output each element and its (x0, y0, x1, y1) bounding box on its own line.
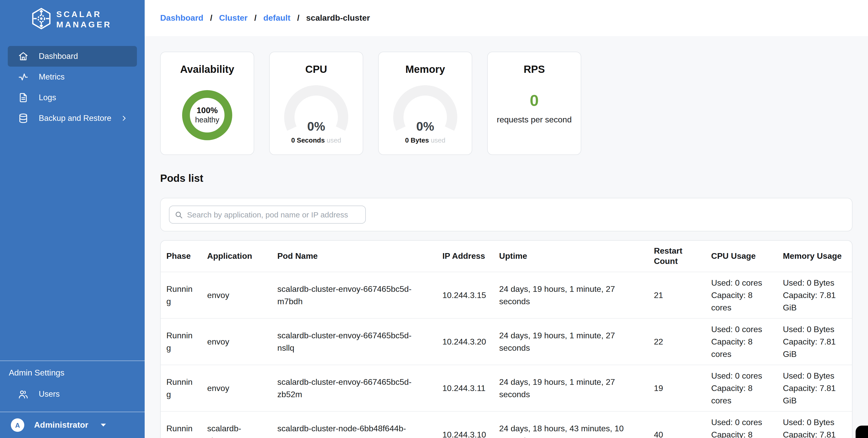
breadcrumb-link-dashboard[interactable]: Dashboard (160, 13, 203, 23)
pod-application: scalardb-cluster (207, 422, 277, 438)
sidebar-nav: Dashboard Metrics Logs (0, 46, 145, 129)
table-row[interactable]: Running envoy scalardb-cluster-envoy-667… (161, 365, 852, 411)
memory-percent: 0% (386, 119, 464, 134)
table-row[interactable]: Running scalardb-cluster scalardb-cluste… (161, 411, 852, 438)
availability-card: Availability 100% healthy (160, 52, 254, 155)
pod-memory-usage: Used: 0 Bytes Capacity: 7.81 GiB (783, 416, 852, 438)
sidebar-item-backup-and-restore[interactable]: Backup and Restore (8, 108, 137, 129)
pod-uptime: 24 days, 18 hours, 43 minutes, 10 second… (499, 422, 654, 438)
logo-wordmark: SCALAR MANAGER (56, 9, 112, 30)
availability-value: 100% (196, 105, 218, 115)
pod-restart-count: 22 (654, 336, 711, 348)
breadcrumb-separator: / (297, 13, 300, 23)
pod-memory-usage: Used: 0 Bytes Capacity: 7.81 GiB (783, 370, 852, 407)
pod-name: scalardb-cluster-envoy-667465bc5d-m7bdh (277, 283, 442, 308)
pod-application: envoy (207, 289, 277, 302)
admin-settings-label: Admin Settings (0, 367, 145, 379)
column-header-uptime: Uptime (499, 251, 654, 261)
pod-ip-address: 10.244.3.10 (442, 429, 499, 438)
table-header-row: Phase Application Pod Name IP Address Up… (161, 241, 852, 272)
main-area: Dashboard / Cluster / default / scalardb… (145, 0, 868, 438)
column-header-memory-usage: Memory Usage (783, 251, 852, 261)
pulse-icon (18, 72, 28, 82)
search-input[interactable] (187, 210, 360, 219)
pod-cpu-usage: Used: 0 cores Capacity: 8 cores (711, 323, 783, 360)
sidebar-item-label: Logs (39, 93, 56, 102)
pod-uptime: 24 days, 19 hours, 1 minute, 27 seconds (499, 283, 654, 308)
sidebar-item-users[interactable]: Users (8, 384, 137, 404)
pods-search-card (160, 198, 852, 231)
pod-memory-usage: Used: 0 Bytes Capacity: 7.81 GiB (783, 277, 852, 314)
users-icon (18, 389, 28, 399)
admin-settings-section: Admin Settings Users (0, 361, 145, 412)
sidebar-item-metrics[interactable]: Metrics (8, 67, 137, 87)
pod-uptime: 24 days, 19 hours, 1 minute, 27 seconds (499, 329, 654, 354)
magnifier-icon (175, 211, 183, 219)
home-icon (18, 51, 28, 61)
pod-ip-address: 10.244.3.11 (442, 382, 499, 394)
table-row[interactable]: Running envoy scalardb-cluster-envoy-667… (161, 318, 852, 365)
card-title: Memory (379, 64, 472, 75)
rps-value: 0 (488, 91, 581, 110)
column-header-phase: Phase (166, 251, 207, 261)
user-name: Administrator (34, 420, 88, 430)
rps-card: RPS 0 requests per second (487, 52, 581, 155)
breadcrumb-link-default[interactable]: default (263, 13, 290, 23)
chevron-right-icon (120, 115, 128, 122)
sidebar-item-logs[interactable]: Logs (8, 87, 137, 108)
user-menu[interactable]: A Administrator (0, 412, 145, 438)
pod-ip-address: 10.244.3.15 (442, 289, 499, 302)
pod-name: scalardb-cluster-node-6bb48f644b-5686t (277, 422, 442, 438)
pod-name: scalardb-cluster-envoy-667465bc5d-zb52m (277, 376, 442, 401)
breadcrumb: Dashboard / Cluster / default / scalardb… (160, 13, 370, 23)
caret-down-icon (100, 423, 106, 427)
sidebar-bottom: Admin Settings Users A Administrat (0, 361, 145, 438)
sidebar-item-label: Users (39, 389, 60, 399)
pod-name: scalardb-cluster-envoy-667465bc5d-nsllq (277, 329, 442, 354)
rps-unit: requests per second (488, 115, 581, 124)
pod-application: envoy (207, 336, 277, 348)
pod-phase: Running (166, 376, 207, 401)
card-title: RPS (488, 64, 581, 75)
pods-table: Phase Application Pod Name IP Address Up… (160, 240, 852, 438)
corner-artifact (856, 426, 868, 438)
sidebar-item-label: Metrics (39, 72, 65, 82)
sidebar: SCALAR MANAGER Dashboard Metric (0, 0, 145, 438)
app-window: SCALAR MANAGER Dashboard Metric (0, 0, 868, 438)
pod-phase: Running (166, 283, 207, 308)
memory-gauge: 0% (386, 85, 464, 135)
avatar: A (11, 418, 24, 432)
column-header-cpu-usage: CPU Usage (711, 251, 783, 261)
column-header-restart-count: Restart Count (654, 246, 711, 267)
metric-cards: Availability 100% healthy CPU (160, 52, 852, 155)
cpu-gauge: 0% (277, 85, 355, 135)
availability-ring: 100% healthy (181, 89, 233, 141)
pod-cpu-usage: Used: 0 cores Capacity: 8 cores (711, 416, 783, 438)
card-title: CPU (270, 64, 363, 75)
database-icon (18, 113, 28, 123)
pod-phase: Running (166, 422, 207, 438)
document-icon (18, 92, 28, 103)
sidebar-item-dashboard[interactable]: Dashboard (8, 46, 137, 67)
pod-cpu-usage: Used: 0 cores Capacity: 8 cores (711, 370, 783, 407)
pod-memory-usage: Used: 0 Bytes Capacity: 7.81 GiB (783, 323, 852, 360)
column-header-ip-address: IP Address (442, 251, 499, 261)
scalar-manager-logo: SCALAR MANAGER (0, 0, 145, 39)
pod-application: envoy (207, 382, 277, 394)
pods-list-title: Pods list (160, 173, 852, 184)
scalar-logo-icon (31, 7, 52, 33)
breadcrumb-bar: Dashboard / Cluster / default / scalardb… (145, 0, 868, 36)
pod-restart-count: 40 (654, 429, 711, 438)
table-row[interactable]: Running envoy scalardb-cluster-envoy-667… (161, 272, 852, 318)
pods-search-box[interactable] (169, 206, 366, 224)
pod-phase: Running (166, 329, 207, 354)
column-header-pod-name: Pod Name (277, 251, 442, 261)
memory-used-label: 0 Bytes used (379, 136, 472, 144)
breadcrumb-current: scalardb-cluster (306, 13, 370, 23)
availability-status: healthy (195, 115, 219, 125)
cpu-card: CPU 0% 0 Seconds used (269, 52, 363, 155)
breadcrumb-separator: / (254, 13, 256, 23)
memory-card: Memory 0% 0 Bytes used (378, 52, 472, 155)
column-header-application: Application (207, 251, 277, 261)
breadcrumb-link-cluster[interactable]: Cluster (219, 13, 247, 23)
